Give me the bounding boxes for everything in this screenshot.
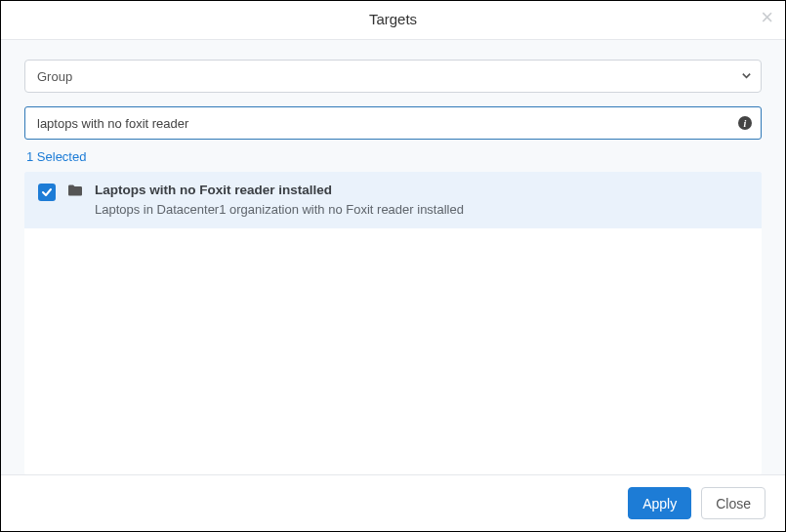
- folder-icon: [67, 184, 83, 201]
- list-item-text: Laptops with no Foxit reader installed L…: [95, 182, 748, 219]
- targets-modal: Targets × Group i 1 Selected: [0, 0, 786, 532]
- results-list: Laptops with no Foxit reader installed L…: [24, 172, 762, 474]
- close-button[interactable]: Close: [701, 487, 765, 519]
- checkbox[interactable]: [38, 184, 56, 201]
- info-icon[interactable]: i: [738, 116, 752, 130]
- search-row: i: [24, 106, 762, 140]
- modal-footer: Apply Close: [1, 474, 785, 531]
- modal-body: Group i 1 Selected Laptops with no Foxit…: [1, 40, 785, 474]
- modal-header: Targets ×: [1, 1, 785, 40]
- modal-title: Targets: [1, 11, 785, 27]
- search-input[interactable]: [24, 106, 762, 140]
- close-icon[interactable]: ×: [761, 7, 773, 28]
- list-item[interactable]: Laptops with no Foxit reader installed L…: [24, 172, 762, 228]
- list-item-desc: Laptops in Datacenter1 organization with…: [95, 201, 748, 219]
- list-item-title: Laptops with no Foxit reader installed: [95, 182, 748, 200]
- apply-button[interactable]: Apply: [628, 487, 691, 519]
- group-select-wrapper: Group: [24, 60, 762, 93]
- selected-count[interactable]: 1 Selected: [24, 149, 762, 164]
- group-select[interactable]: Group: [24, 60, 762, 93]
